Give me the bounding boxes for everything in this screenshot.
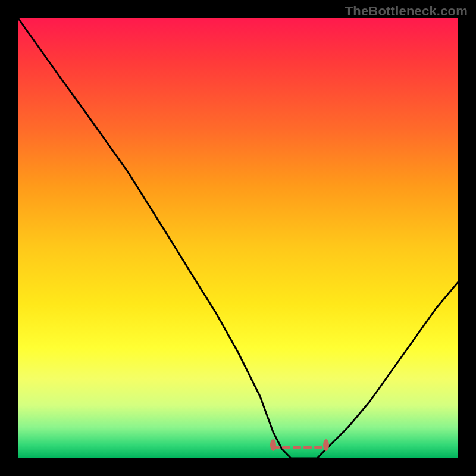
curve-layer [18, 18, 458, 458]
bottleneck-curve [18, 18, 458, 458]
plot-area [18, 18, 458, 458]
optimal-range-marker-left [270, 439, 276, 451]
watermark-text: TheBottleneck.com [345, 4, 468, 19]
chart-frame: TheBottleneck.com [0, 0, 476, 476]
optimal-range-marker-right [323, 439, 329, 451]
